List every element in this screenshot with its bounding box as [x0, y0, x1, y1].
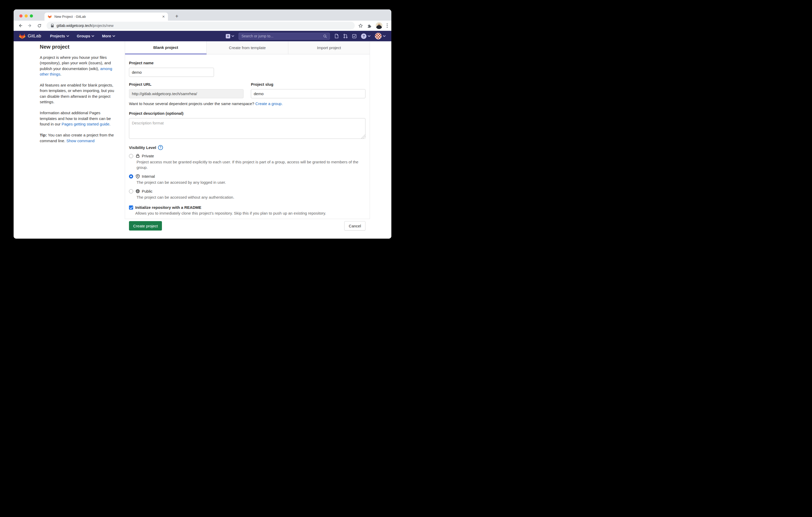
chevron-down-icon	[66, 35, 69, 37]
gitlab-navbar: GitLab Projects Groups More + Search or …	[13, 31, 392, 41]
close-window-button[interactable]	[19, 14, 23, 18]
tab-title: New Project · GitLab	[54, 14, 162, 19]
create-project-button[interactable]: Create project	[129, 221, 162, 231]
tab-blank-project[interactable]: Blank project	[125, 41, 207, 54]
sidebar-paragraph: Information about additional Pages templ…	[40, 110, 118, 127]
window-controls	[19, 14, 33, 18]
gitlab-logo-text[interactable]: GitLab	[28, 33, 41, 39]
private-radio[interactable]	[129, 154, 133, 158]
readme-section: Initialize repository with a README Allo…	[129, 205, 366, 215]
project-description-label: Project description (optional)	[129, 111, 366, 116]
namespace-hint: Want to house several dependent projects…	[129, 101, 366, 106]
browser-menu-dots-icon[interactable]	[387, 23, 388, 28]
visibility-option-public[interactable]: Public The project can be accessed witho…	[129, 189, 366, 200]
nav-projects-menu[interactable]: Projects	[50, 34, 69, 38]
search-input[interactable]: Search or jump to...	[239, 33, 330, 40]
help-menu[interactable]: ?	[361, 33, 370, 39]
page-title: New project	[40, 44, 118, 50]
readme-label: Initialize repository with a README	[135, 205, 201, 210]
search-placeholder: Search or jump to...	[241, 34, 323, 38]
readme-checkbox[interactable]	[129, 206, 133, 210]
page-content: New project A project is where you house…	[13, 41, 392, 239]
project-slug-label: Project slug	[251, 82, 366, 87]
visibility-option-internal[interactable]: Internal The project can be accessed by …	[129, 174, 366, 185]
project-slug-input[interactable]	[251, 89, 366, 98]
forward-icon[interactable]	[27, 23, 33, 29]
user-avatar	[375, 33, 382, 39]
bookmark-star-icon[interactable]	[358, 24, 363, 28]
chevron-down-icon	[232, 35, 234, 37]
minimize-window-button[interactable]	[25, 14, 28, 18]
sidebar-paragraph: A project is where you house your files …	[40, 55, 118, 77]
chevron-down-icon	[383, 35, 385, 37]
new-project-panel: Blank project Create from template Impor…	[125, 41, 370, 219]
url-path: /projects/new	[92, 24, 113, 28]
project-url-label: Project URL	[129, 82, 243, 87]
tab-import-project[interactable]: Import project	[288, 41, 370, 54]
visibility-help-icon[interactable]: ?	[158, 145, 163, 150]
cancel-button[interactable]: Cancel	[344, 221, 366, 231]
close-tab-icon[interactable]: ×	[162, 14, 165, 19]
back-icon[interactable]	[17, 23, 24, 29]
help-icon: ?	[361, 33, 367, 39]
sidebar-tip: Tip: You can also create a project from …	[40, 132, 118, 144]
blank-project-form: Project name Project URL Project slug Wa…	[125, 54, 370, 231]
reload-icon[interactable]	[36, 23, 42, 29]
issues-icon[interactable]	[334, 34, 339, 38]
url-bar[interactable]: gitlab.widgetcorp.tech/projects/new	[47, 22, 355, 30]
nav-groups-menu[interactable]: Groups	[77, 34, 94, 38]
chevron-down-icon	[368, 35, 370, 37]
new-menu-plus[interactable]: +	[226, 34, 234, 38]
project-name-label: Project name	[129, 61, 366, 65]
browser-toolbar: gitlab.widgetcorp.tech/projects/new	[13, 21, 392, 31]
nav-more-menu[interactable]: More	[102, 34, 115, 38]
new-project-sidebar: New project A project is where you house…	[40, 44, 118, 149]
user-menu[interactable]	[375, 33, 385, 39]
project-name-input[interactable]	[129, 68, 214, 77]
chevron-down-icon	[92, 35, 94, 37]
create-a-group-link[interactable]: Create a group.	[255, 101, 283, 106]
public-radio[interactable]	[129, 189, 133, 193]
chevron-down-icon	[113, 35, 115, 37]
sidebar-paragraph: All features are enabled for blank proje…	[40, 82, 118, 104]
todos-icon[interactable]	[352, 34, 356, 38]
plus-square-icon: +	[226, 34, 230, 38]
readme-description: Allows you to immediately clone this pro…	[135, 211, 366, 215]
visibility-level-label: Visibility Level	[129, 145, 156, 150]
browser-window: New Project · GitLab × + gitlab.widgetco…	[13, 9, 392, 239]
lock-icon	[51, 24, 54, 27]
browser-tab[interactable]: New Project · GitLab ×	[45, 12, 168, 21]
pages-guide-link[interactable]: Pages getting started guide	[61, 122, 109, 126]
gitlab-favicon	[48, 14, 52, 19]
internal-radio[interactable]	[129, 174, 133, 179]
browser-profile-avatar[interactable]	[376, 22, 382, 29]
new-tab-button[interactable]: +	[173, 13, 180, 20]
globe-icon	[136, 189, 140, 193]
show-command-link[interactable]: Show command	[66, 139, 95, 143]
project-url-input[interactable]	[129, 89, 243, 98]
gitlab-logo-icon[interactable]	[19, 33, 26, 39]
tab-create-from-template[interactable]: Create from template	[207, 41, 288, 54]
project-type-tabs: Blank project Create from template Impor…	[125, 41, 370, 54]
project-description-textarea[interactable]	[129, 118, 366, 139]
browser-tab-strip: New Project · GitLab × +	[13, 9, 392, 21]
lock-icon	[136, 154, 140, 158]
shield-icon	[136, 174, 140, 179]
zoom-window-button[interactable]	[30, 14, 33, 18]
visibility-option-private[interactable]: Private Project access must be granted e…	[129, 154, 366, 170]
merge-request-icon[interactable]	[343, 34, 348, 38]
search-icon	[323, 34, 327, 38]
url-domain: gitlab.widgetcorp.tech	[57, 24, 92, 28]
extensions-puzzle-icon[interactable]	[367, 24, 372, 28]
